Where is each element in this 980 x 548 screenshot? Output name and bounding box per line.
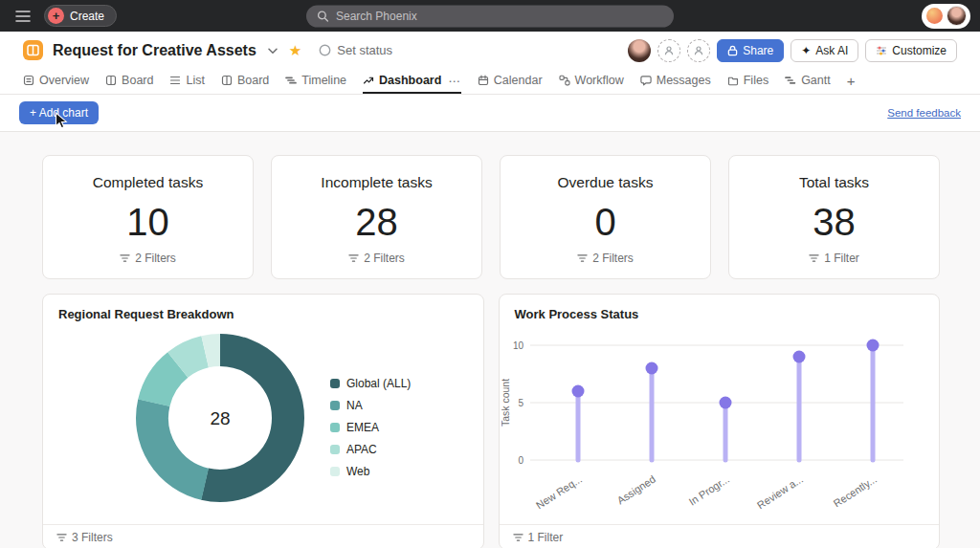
chart-filters-button[interactable]: 1 Filter <box>500 524 940 548</box>
legend-label: EMEA <box>346 421 379 434</box>
stat-card-filters-button[interactable]: 1 Filter <box>809 252 859 265</box>
svg-text:10: 10 <box>512 340 523 351</box>
set-status-label: Set status <box>337 43 392 57</box>
svg-text:Assigned: Assigned <box>614 473 657 507</box>
workflow-icon <box>559 75 570 86</box>
tab-label: List <box>186 74 204 87</box>
board-icon <box>105 75 117 86</box>
tab-messages[interactable]: Messages <box>640 69 711 94</box>
gantt-icon <box>785 75 796 86</box>
tab-list[interactable]: List <box>169 69 204 94</box>
stat-card-title: Total tasks <box>799 174 869 191</box>
customize-label: Customize <box>892 44 947 57</box>
tab-label: Files <box>744 74 768 87</box>
star-icon[interactable]: ★ <box>289 42 301 59</box>
filter-icon <box>513 533 523 542</box>
tab-label: Board <box>122 74 153 87</box>
customize-button[interactable]: Customize <box>865 39 957 62</box>
legend-item: Web <box>330 465 411 478</box>
create-button-label: Create <box>70 10 104 23</box>
stat-card-filters-button[interactable]: 2 Filters <box>120 252 176 265</box>
lock-icon <box>727 45 738 56</box>
stat-card-overdue-tasks[interactable]: Overdue tasks02 Filters <box>500 155 711 279</box>
donut-chart-area[interactable]: Regional Request Breakdown 28 Global (AL… <box>43 295 483 524</box>
sliders-icon <box>876 45 887 56</box>
legend-swatch <box>330 401 340 410</box>
timeline-icon <box>285 75 297 86</box>
legend-label: NA <box>346 399 363 412</box>
tab-bar: OverviewBoardListBoardTimelineDashboard⋯… <box>0 69 980 95</box>
tab-files[interactable]: Files <box>727 69 768 94</box>
stat-card-filters-button[interactable]: 2 Filters <box>577 252 634 265</box>
legend-item: Global (ALL) <box>330 377 411 390</box>
stat-card-value: 10 <box>126 203 169 241</box>
tab-overflow-menu[interactable]: ⋯ <box>446 74 461 88</box>
project-icon[interactable] <box>23 40 43 60</box>
tab-add[interactable]: + <box>847 69 856 94</box>
messages-icon <box>640 75 652 86</box>
tab-calendar[interactable]: Calendar <box>478 69 543 94</box>
donut-chart[interactable]: 28 <box>129 327 311 509</box>
svg-text:New Req...: New Req... <box>533 473 583 512</box>
tab-label: Timeline <box>301 74 346 87</box>
svg-text:0: 0 <box>518 455 523 466</box>
tab-label: Overview <box>39 74 89 87</box>
legend-item: NA <box>330 399 411 412</box>
chevron-down-icon[interactable] <box>264 43 281 58</box>
stat-card-title: Completed tasks <box>93 174 203 191</box>
page-title: Request for Creative Assets <box>53 42 256 59</box>
search-bar[interactable] <box>306 5 674 27</box>
search-input[interactable] <box>336 10 663 23</box>
top-bar: + Create <box>0 0 980 32</box>
legend-label: APAC <box>346 443 377 456</box>
legend-swatch <box>330 445 340 454</box>
stat-card-value: 28 <box>355 203 398 241</box>
tab-board[interactable]: Board <box>221 69 269 94</box>
tab-dashboard[interactable]: Dashboard⋯ <box>363 69 461 94</box>
lollipop-chart-area[interactable]: Work Process Status 0510Task countNew Re… <box>500 295 940 524</box>
legend-item: APAC <box>330 443 411 456</box>
legend-swatch <box>330 467 340 476</box>
hamburger-menu-icon[interactable] <box>10 5 36 28</box>
regional-breakdown-card: Regional Request Breakdown 28 Global (AL… <box>42 294 484 548</box>
board-icon <box>221 75 233 86</box>
tab-overview[interactable]: Overview <box>23 69 89 94</box>
invite-member-button[interactable] <box>687 39 710 62</box>
tab-timeline[interactable]: Timeline <box>285 69 346 94</box>
chart-filters-label: 1 Filter <box>528 531 564 544</box>
dashboard-icon <box>363 75 374 86</box>
tab-label: + <box>847 73 856 89</box>
chart-filters-button[interactable]: 3 Filters <box>43 524 483 548</box>
tab-board[interactable]: Board <box>105 69 153 94</box>
tab-label: Messages <box>657 74 711 87</box>
tab-gantt[interactable]: Gantt <box>785 69 831 94</box>
tab-label: Workflow <box>575 74 624 87</box>
member-avatar[interactable] <box>628 39 651 62</box>
send-feedback-link[interactable]: Send feedback <box>887 107 961 119</box>
stat-cards-row: Completed tasks102 FiltersIncomplete tas… <box>42 155 940 279</box>
chart-cards-row: Regional Request Breakdown 28 Global (AL… <box>42 294 940 548</box>
stat-card-completed-tasks[interactable]: Completed tasks102 Filters <box>42 155 254 279</box>
invite-member-button[interactable] <box>657 39 680 62</box>
tab-workflow[interactable]: Workflow <box>559 69 624 94</box>
profile-menu[interactable] <box>922 4 970 29</box>
tab-label: Dashboard <box>379 74 441 87</box>
share-button[interactable]: Share <box>717 39 784 62</box>
create-button[interactable]: + Create <box>44 5 117 27</box>
dashboard-content: Completed tasks102 FiltersIncomplete tas… <box>0 132 980 548</box>
stat-card-total-tasks[interactable]: Total tasks381 Filter <box>728 155 940 279</box>
add-chart-button[interactable]: + Add chart <box>19 101 99 124</box>
chart-title: Work Process Status <box>515 307 924 321</box>
svg-text:5: 5 <box>518 398 523 408</box>
stat-card-filters-button[interactable]: 2 Filters <box>348 252 405 265</box>
stat-card-filters-label: 2 Filters <box>364 252 405 265</box>
stat-card-filters-label: 1 Filter <box>824 252 859 265</box>
dashboard-toolbar: + Add chart Send feedback <box>0 95 980 132</box>
user-avatar <box>947 6 967 26</box>
lollipop-chart[interactable]: 0510Task countNew Req...AssignedIn Progr… <box>501 321 913 527</box>
ask-ai-button[interactable]: ✦ Ask AI <box>791 39 858 62</box>
set-status-button[interactable]: Set status <box>319 43 392 57</box>
stat-card-incomplete-tasks[interactable]: Incomplete tasks282 Filters <box>271 155 482 279</box>
project-header: Request for Creative Assets ★ Set status… <box>0 32 980 69</box>
list-icon <box>169 75 181 86</box>
